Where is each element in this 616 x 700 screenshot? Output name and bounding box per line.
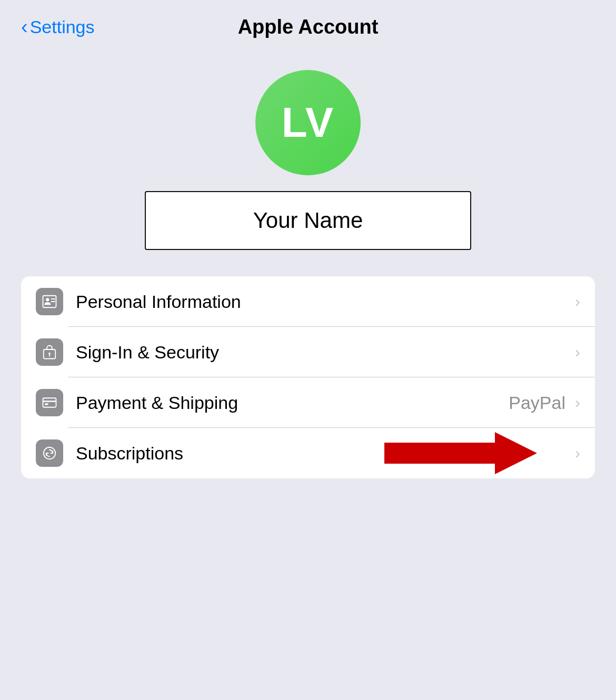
back-button[interactable]: ‹ Settings bbox=[21, 17, 95, 37]
personal-information-chevron-icon: › bbox=[575, 293, 580, 311]
avatar[interactable]: LV bbox=[255, 70, 361, 175]
red-arrow-annotation bbox=[384, 432, 537, 474]
avatar-initials: LV bbox=[282, 98, 334, 147]
back-label: Settings bbox=[30, 17, 95, 37]
red-arrow-icon bbox=[384, 432, 537, 474]
settings-list: Personal Information › Sign-In & Securit… bbox=[21, 276, 595, 478]
subscriptions-icon bbox=[36, 439, 63, 467]
personal-information-icon bbox=[36, 288, 63, 315]
avatar-section: LV Your Name bbox=[0, 70, 616, 250]
back-chevron-icon: ‹ bbox=[21, 17, 28, 37]
personal-information-label: Personal Information bbox=[76, 292, 571, 312]
page-title: Apple Account bbox=[238, 16, 379, 38]
payment-shipping-value: PayPal bbox=[509, 393, 565, 413]
payment-shipping-icon bbox=[36, 389, 63, 416]
settings-item-subscriptions[interactable]: Subscriptions › bbox=[21, 428, 595, 478]
svg-rect-7 bbox=[43, 398, 56, 407]
payment-shipping-label: Payment & Shipping bbox=[76, 393, 509, 413]
svg-point-10 bbox=[44, 447, 56, 459]
settings-item-payment-shipping[interactable]: Payment & Shipping PayPal › bbox=[21, 377, 595, 428]
svg-point-1 bbox=[46, 298, 49, 301]
sign-in-security-label: Sign-In & Security bbox=[76, 342, 571, 363]
svg-marker-11 bbox=[384, 432, 537, 474]
settings-item-sign-in-security[interactable]: Sign-In & Security › bbox=[21, 327, 595, 377]
name-card[interactable]: Your Name bbox=[145, 191, 471, 250]
svg-rect-9 bbox=[45, 403, 48, 405]
sign-in-security-chevron-icon: › bbox=[575, 343, 580, 361]
header: ‹ Settings Apple Account bbox=[0, 0, 616, 49]
settings-item-personal-information[interactable]: Personal Information › bbox=[21, 276, 595, 327]
payment-shipping-chevron-icon: › bbox=[575, 394, 580, 412]
sign-in-security-icon bbox=[36, 338, 63, 366]
subscriptions-chevron-icon: › bbox=[575, 444, 580, 462]
user-name: Your Name bbox=[253, 208, 363, 233]
